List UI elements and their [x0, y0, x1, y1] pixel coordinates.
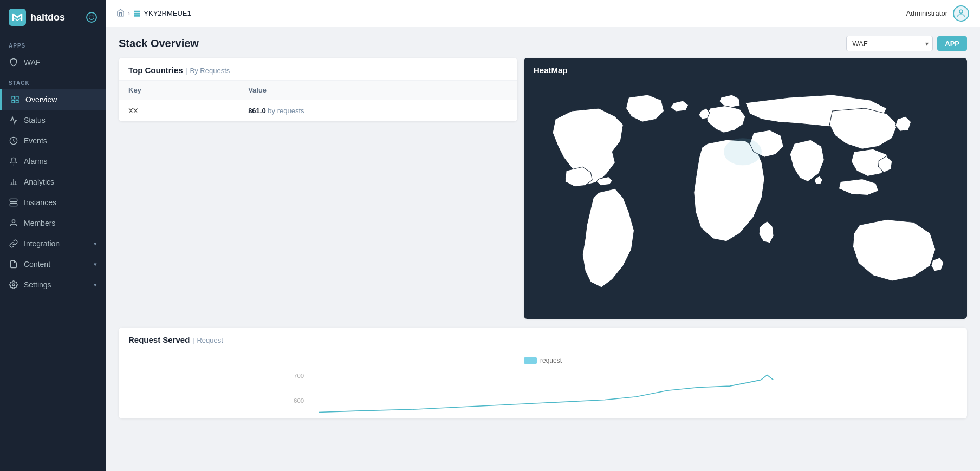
sidebar-item-content[interactable]: Content ▾: [0, 254, 106, 274]
svg-text:600: 600: [294, 397, 304, 404]
top-countries-subtitle: | By Requests: [186, 67, 230, 75]
top-countries-title: Top Countries: [128, 66, 183, 75]
sidebar-item-overview[interactable]: Overview: [0, 89, 106, 110]
home-icon[interactable]: [116, 9, 125, 18]
apps-section-label: APPS: [0, 35, 106, 52]
page-header: Stack Overview WAF CDN LB APP: [106, 27, 980, 58]
request-served-title: Request Served: [128, 335, 190, 344]
sidebar-item-waf[interactable]: WAF: [0, 52, 106, 73]
row-key: XX: [119, 100, 238, 122]
topbar-right: Administrator: [906, 5, 969, 22]
request-card-header: Request Served | Request: [119, 328, 967, 350]
chart-legend: request: [119, 350, 967, 364]
svg-rect-2: [16, 96, 18, 99]
stack-name: YKY2RMEUE1: [144, 9, 191, 17]
request-served-subtitle: | Request: [193, 336, 223, 344]
svg-text:700: 700: [294, 372, 304, 379]
top-countries-table: Key Value XX 861.0 by requests: [119, 81, 517, 121]
user-icon: [9, 218, 18, 228]
file-icon: [9, 259, 18, 269]
integration-expand-icon: ▾: [94, 240, 97, 247]
world-map-svg: [528, 87, 963, 315]
svg-point-15: [12, 284, 15, 286]
target-icon[interactable]: [86, 12, 97, 23]
haltdos-logo-icon: [9, 9, 26, 26]
col-key: Key: [119, 81, 238, 100]
two-col-layout: Top Countries | By Requests Key Value: [106, 58, 980, 328]
legend-color-request: [524, 357, 537, 364]
svg-rect-11: [10, 203, 17, 206]
sidebar-integration-label: Integration: [24, 239, 60, 248]
svg-rect-4: [16, 100, 18, 103]
top-countries-section: Top Countries | By Requests Key Value: [119, 58, 517, 319]
sidebar-item-alarms[interactable]: Alarms: [0, 151, 106, 172]
gear-icon: [9, 280, 18, 290]
svg-rect-16: [134, 10, 141, 12]
svg-rect-10: [10, 199, 17, 201]
server-icon: [9, 198, 18, 207]
svg-rect-1: [12, 96, 15, 99]
content-expand-icon: ▾: [94, 261, 97, 268]
heatmap-section: HeatMap: [524, 58, 967, 319]
sidebar-events-label: Events: [24, 136, 47, 145]
activity-icon: [9, 115, 18, 125]
sidebar-item-instances[interactable]: Instances: [0, 192, 106, 213]
sidebar-status-label: Status: [24, 116, 46, 125]
app-button[interactable]: APP: [937, 36, 967, 51]
breadcrumb-sep: ›: [128, 9, 130, 17]
sidebar-item-settings[interactable]: Settings ▾: [0, 274, 106, 295]
grid-icon: [10, 95, 20, 104]
sidebar-item-events[interactable]: Events: [0, 130, 106, 151]
page-title: Stack Overview: [119, 37, 199, 50]
sidebar-item-status[interactable]: Status: [0, 110, 106, 130]
header-controls: WAF CDN LB APP: [846, 36, 967, 51]
sidebar-logo: haltdos: [0, 0, 106, 35]
sidebar-waf-label: WAF: [24, 58, 41, 67]
main-area: › YKY2RMEUE1 Administrator Stac: [106, 0, 980, 471]
request-card: Request Served | Request request 700 600: [119, 328, 967, 418]
breadcrumb-stack: YKY2RMEUE1: [133, 9, 191, 17]
waf-select[interactable]: WAF CDN LB: [846, 36, 933, 51]
chart-container: 700 600: [119, 364, 967, 418]
sidebar-settings-label: Settings: [24, 280, 51, 289]
sidebar-item-integration[interactable]: Integration ▾: [0, 233, 106, 254]
heatmap-card: HeatMap: [524, 58, 967, 319]
request-served-section: Request Served | Request request 700 600: [106, 328, 980, 427]
stack-section-label: STACK: [0, 73, 106, 89]
table-row: XX 861.0 by requests: [119, 100, 517, 122]
topbar: › YKY2RMEUE1 Administrator: [106, 0, 980, 27]
sidebar-alarms-label: Alarms: [24, 157, 48, 166]
sidebar-overview-label: Overview: [25, 95, 57, 104]
heatmap-title: HeatMap: [524, 58, 967, 82]
sidebar-analytics-label: Analytics: [24, 178, 54, 186]
col-value: Value: [238, 81, 517, 100]
page-content: Stack Overview WAF CDN LB APP Top Countr: [106, 27, 980, 471]
sidebar-item-analytics[interactable]: Analytics: [0, 172, 106, 192]
sidebar-content-label: Content: [24, 260, 50, 269]
top-countries-header: Top Countries | By Requests: [119, 58, 517, 81]
user-avatar: [953, 5, 969, 22]
sidebar-instances-label: Instances: [24, 198, 56, 207]
link-icon: [9, 239, 18, 248]
admin-name: Administrator: [906, 9, 947, 17]
logo-text: haltdos: [30, 12, 65, 23]
svg-point-19: [959, 10, 963, 13]
waf-select-wrapper[interactable]: WAF CDN LB: [846, 36, 933, 51]
legend-label-request: request: [540, 357, 562, 364]
chart-icon: [9, 177, 18, 187]
table-header-row: Key Value: [119, 81, 517, 100]
row-value: 861.0 by requests: [238, 100, 517, 122]
shield-icon: [9, 57, 18, 67]
heatmap-content: [524, 82, 967, 319]
breadcrumb: › YKY2RMEUE1: [116, 9, 191, 18]
sidebar: haltdos APPS WAF STACK Overview Status: [0, 0, 106, 471]
svg-rect-3: [12, 100, 15, 103]
value-bold: 861.0: [248, 107, 266, 115]
svg-rect-17: [134, 12, 141, 14]
value-suffix: by requests: [268, 107, 304, 115]
svg-point-14: [12, 220, 15, 223]
chart-svg: 700 600: [128, 369, 957, 418]
bell-icon: [9, 156, 18, 166]
sidebar-item-members[interactable]: Members: [0, 213, 106, 233]
top-countries-card: Top Countries | By Requests Key Value: [119, 58, 517, 121]
